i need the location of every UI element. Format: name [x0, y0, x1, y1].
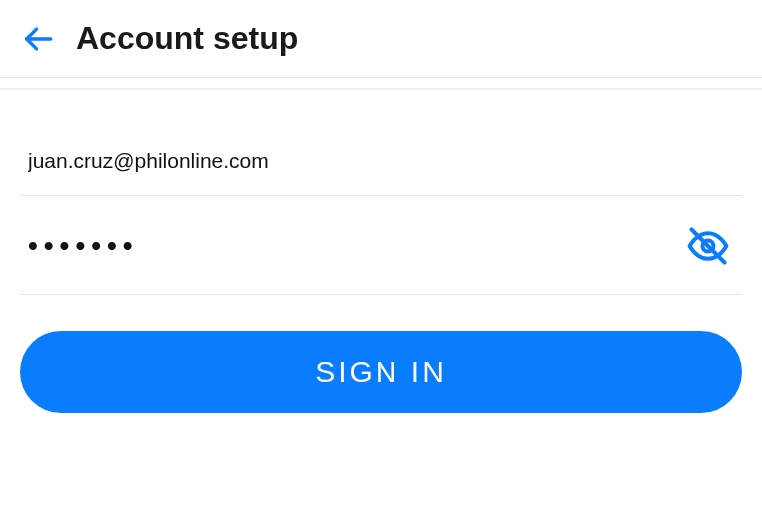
sign-in-button[interactable]: SIGN IN: [20, 331, 742, 413]
divider: [0, 78, 762, 90]
form-content: ••••••• SIGN IN: [0, 96, 762, 413]
password-row: •••••••: [20, 196, 742, 295]
page-title: Account setup: [76, 20, 298, 57]
header: Account setup: [0, 0, 762, 78]
password-field[interactable]: •••••••: [28, 230, 682, 262]
sign-in-label: SIGN IN: [315, 355, 447, 389]
email-field[interactable]: [28, 119, 734, 173]
back-arrow-icon: [21, 22, 55, 56]
eye-slash-icon: [686, 224, 730, 267]
toggle-password-visibility[interactable]: [682, 220, 734, 271]
email-row: [20, 96, 742, 196]
back-button[interactable]: [18, 19, 58, 59]
